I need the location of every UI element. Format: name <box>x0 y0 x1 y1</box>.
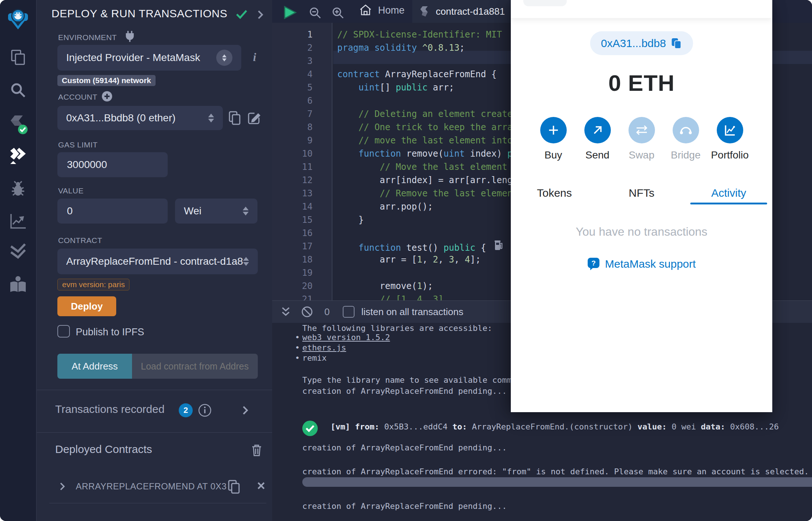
buy-button[interactable]: Buy <box>540 117 567 161</box>
account-address-pill[interactable]: 0xA31...bdb8 <box>590 31 693 55</box>
value-label: VALUE <box>58 186 83 195</box>
clear-contracts-trash-icon[interactable] <box>251 443 263 457</box>
terminal-log-line: Type the library name to see available c… <box>302 375 536 385</box>
deploy-run-panel: DEPLOY & RUN TRANSACTIONS ENVIRONMENT In… <box>37 0 272 521</box>
panel-title: DEPLOY & RUN TRANSACTIONS <box>51 7 227 20</box>
send-button[interactable]: Send <box>584 117 611 161</box>
terminal-library-item[interactable]: ethers.js <box>302 343 346 352</box>
metamask-header <box>511 0 772 18</box>
deploy-button[interactable]: Deploy <box>57 296 116 316</box>
empty-transactions-text: You have no transactions <box>511 225 772 239</box>
panel-check-icon <box>235 9 248 20</box>
file-explorer-icon[interactable] <box>10 49 26 67</box>
panel-divider-2 <box>37 432 272 433</box>
listen-transactions-checkbox[interactable] <box>343 306 355 318</box>
evm-version-badge: evm version: paris <box>57 279 129 290</box>
panel-collapse-icon[interactable] <box>257 10 264 20</box>
add-account-icon[interactable] <box>101 90 113 102</box>
remove-contract-icon[interactable] <box>257 481 266 490</box>
terminal-log-line: The following libraries are accessible: <box>302 324 492 333</box>
edit-account-icon[interactable] <box>247 111 261 125</box>
expand-terminal-icon[interactable] <box>280 306 291 318</box>
deploy-and-run-icon[interactable] <box>8 147 28 166</box>
swap-icon <box>628 117 655 143</box>
metamask-support-link[interactable]: ? MetaMask support <box>511 257 772 271</box>
active-tab-label: contract-d1a881 <box>436 6 505 17</box>
row-divider <box>49 503 266 503</box>
terminal-library-item: remix <box>302 353 327 363</box>
at-address-input-wrap <box>132 354 258 379</box>
remix-ide-window: DEPLOY & RUN TRANSACTIONS ENVIRONMENT In… <box>0 0 812 521</box>
learneth-icon[interactable] <box>9 276 27 295</box>
terminal-hscrollbar[interactable] <box>302 477 812 487</box>
send-icon <box>584 117 611 143</box>
terminal-log-line: creation of ArrayReplaceFromEnd errored:… <box>302 467 812 476</box>
terminal-library-item[interactable]: web3 version 1.5.2 <box>302 333 390 342</box>
environment-info-icon[interactable]: i <box>253 51 256 64</box>
plug-icon[interactable] <box>124 30 135 43</box>
swap-button: Swap <box>628 117 655 161</box>
action-label: Swap <box>628 149 654 161</box>
publish-ipfs-label: Publish to IPFS <box>76 326 144 338</box>
terminal-log-line: creation of ArrayReplaceFromEnd pending.… <box>302 386 507 396</box>
action-label: Buy <box>544 149 562 161</box>
terminal-vm-log[interactable]: [vm] from: 0x5B3...eddC4 to: ArrayReplac… <box>331 422 784 431</box>
at-address-input[interactable] <box>140 361 250 372</box>
portfolio-button[interactable]: Portfolio <box>716 117 743 161</box>
value-unit-select[interactable]: Wei <box>175 199 257 224</box>
copy-contract-icon[interactable] <box>227 479 241 494</box>
at-address-button[interactable]: At Address <box>57 354 132 379</box>
copy-account-icon[interactable] <box>228 110 241 125</box>
pending-tx-count: 0 <box>324 306 330 318</box>
buy-icon <box>540 117 567 143</box>
gas-limit-input-wrap <box>57 152 168 177</box>
deployed-contract-label: ARRAYREPLACEFROMEND AT 0X3 <box>76 481 227 492</box>
solidity-compiler-icon[interactable] <box>8 115 28 137</box>
tx-success-icon <box>302 420 318 439</box>
contract-select[interactable]: ArrayReplaceFromEnd - contract-d1a8 <box>57 249 258 274</box>
gas-limit-input[interactable] <box>66 158 159 171</box>
transactions-expand-icon[interactable] <box>242 405 249 415</box>
search-icon[interactable] <box>10 82 26 100</box>
copy-address-icon[interactable] <box>671 38 682 49</box>
zoom-out-icon[interactable] <box>309 7 321 19</box>
solidity-file-icon <box>420 6 429 17</box>
home-tab-label: Home <box>378 5 405 16</box>
terminal-log-line: creation of ArrayReplaceFromEnd pending.… <box>302 443 507 452</box>
account-select[interactable]: 0xA31...Bbdb8 (0 ether) <box>57 106 223 130</box>
transactions-recorded-label: Transactions recorded <box>55 403 164 415</box>
tab-activity[interactable]: Activity <box>685 182 772 204</box>
tab-home[interactable]: Home <box>359 4 405 17</box>
transactions-count-badge: 2 <box>179 403 193 417</box>
run-script-icon[interactable] <box>282 6 297 19</box>
remix-logo-icon[interactable] <box>6 7 30 32</box>
debugger-icon[interactable] <box>9 180 27 199</box>
value-input-wrap <box>57 199 168 224</box>
zoom-in-icon[interactable] <box>332 7 344 19</box>
panel-divider <box>37 390 272 390</box>
wallet-actions: BuySendSwapBridgePortfolio <box>511 117 772 161</box>
network-badge: Custom (59144) network <box>57 75 156 86</box>
portfolio-icon <box>717 117 743 143</box>
metamask-popup: 0xA31...bdb8 0 ETH BuySendSwapBridgePort… <box>511 0 772 412</box>
network-selector-pill[interactable] <box>523 0 567 6</box>
publish-ipfs-checkbox[interactable] <box>57 325 70 338</box>
tab-tokens[interactable]: Tokens <box>511 182 598 204</box>
gas-limit-label: GAS LIMIT <box>58 140 97 149</box>
clear-terminal-icon[interactable] <box>301 306 313 318</box>
value-input[interactable] <box>66 205 159 217</box>
unit-testing-icon[interactable] <box>9 243 27 260</box>
bridge-button: Bridge <box>672 117 699 161</box>
terminal-log-line: creation of ArrayReplaceFromEnd pending.… <box>302 502 507 511</box>
environment-select[interactable]: Injected Provider - MetaMask <box>57 45 241 71</box>
statistics-icon[interactable] <box>9 213 27 232</box>
home-icon <box>359 4 372 17</box>
deployed-contract-row[interactable]: ARRAYREPLACEFROMEND AT 0X3 <box>37 476 272 497</box>
listen-transactions-label: listen on all transactions <box>361 306 463 318</box>
support-bubble-icon: ? <box>587 257 600 271</box>
action-label: Bridge <box>671 149 701 161</box>
tab-nfts[interactable]: NFTs <box>598 182 685 204</box>
activity-sidebar <box>0 0 37 521</box>
transactions-info-icon[interactable] <box>198 403 212 417</box>
action-label: Send <box>585 149 609 161</box>
